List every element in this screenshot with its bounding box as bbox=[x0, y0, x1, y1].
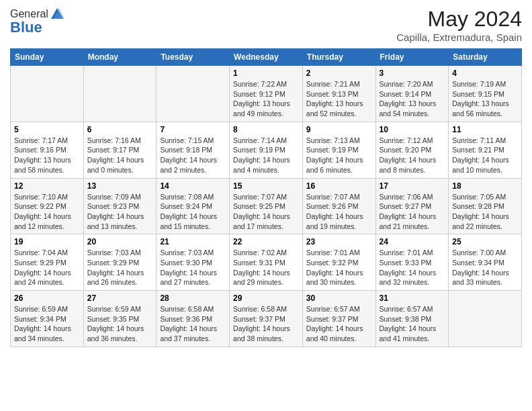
column-header-monday: Monday bbox=[83, 49, 157, 66]
day-number: 10 bbox=[380, 125, 445, 134]
calendar-cell: 15Sunrise: 7:07 AM Sunset: 9:25 PM Dayli… bbox=[230, 178, 303, 234]
calendar-cell bbox=[157, 66, 230, 122]
day-number: 31 bbox=[380, 293, 445, 303]
day-info: Sunrise: 7:00 AM Sunset: 9:34 PM Dayligh… bbox=[452, 248, 518, 287]
calendar-cell: 12Sunrise: 7:10 AM Sunset: 9:22 PM Dayli… bbox=[11, 178, 84, 234]
day-info: Sunrise: 7:06 AM Sunset: 9:27 PM Dayligh… bbox=[380, 192, 445, 232]
day-info: Sunrise: 7:13 AM Sunset: 9:19 PM Dayligh… bbox=[306, 136, 372, 175]
day-info: Sunrise: 6:58 AM Sunset: 9:36 PM Dayligh… bbox=[160, 304, 226, 344]
day-info: Sunrise: 6:58 AM Sunset: 9:37 PM Dayligh… bbox=[233, 304, 299, 344]
day-number: 3 bbox=[380, 68, 445, 78]
calendar-cell: 30Sunrise: 6:57 AM Sunset: 9:37 PM Dayli… bbox=[302, 291, 375, 347]
location-title: Capilla, Extremadura, Spain bbox=[396, 32, 522, 43]
day-info: Sunrise: 7:15 AM Sunset: 9:18 PM Dayligh… bbox=[160, 136, 226, 175]
day-info: Sunrise: 7:14 AM Sunset: 9:19 PM Dayligh… bbox=[233, 136, 299, 175]
month-title: May 2024 bbox=[396, 7, 522, 32]
day-number: 29 bbox=[233, 293, 299, 303]
day-info: Sunrise: 7:11 AM Sunset: 9:21 PM Dayligh… bbox=[452, 136, 518, 175]
calendar-cell: 17Sunrise: 7:06 AM Sunset: 9:27 PM Dayli… bbox=[375, 178, 449, 234]
day-info: Sunrise: 7:10 AM Sunset: 9:22 PM Dayligh… bbox=[14, 192, 80, 232]
calendar-cell bbox=[11, 66, 84, 122]
calendar-cell: 22Sunrise: 7:02 AM Sunset: 9:31 PM Dayli… bbox=[230, 234, 303, 291]
day-number: 14 bbox=[160, 181, 226, 191]
calendar-cell bbox=[83, 66, 157, 122]
day-number: 24 bbox=[380, 237, 445, 246]
day-number: 23 bbox=[306, 237, 372, 246]
calendar-cell: 3Sunrise: 7:20 AM Sunset: 9:14 PM Daylig… bbox=[375, 66, 449, 122]
calendar-cell: 29Sunrise: 6:58 AM Sunset: 9:37 PM Dayli… bbox=[230, 291, 303, 347]
calendar-cell: 5Sunrise: 7:17 AM Sunset: 9:16 PM Daylig… bbox=[11, 122, 84, 178]
day-info: Sunrise: 7:08 AM Sunset: 9:24 PM Dayligh… bbox=[160, 192, 226, 232]
day-number: 27 bbox=[87, 293, 153, 303]
day-info: Sunrise: 7:07 AM Sunset: 9:25 PM Dayligh… bbox=[233, 192, 299, 232]
calendar-cell: 1Sunrise: 7:22 AM Sunset: 9:12 PM Daylig… bbox=[230, 66, 303, 122]
day-number: 8 bbox=[233, 125, 299, 134]
column-header-saturday: Saturday bbox=[449, 49, 522, 66]
calendar-cell: 9Sunrise: 7:13 AM Sunset: 9:19 PM Daylig… bbox=[302, 122, 375, 178]
day-number: 21 bbox=[160, 237, 226, 246]
calendar-week-row: 19Sunrise: 7:04 AM Sunset: 9:29 PM Dayli… bbox=[11, 234, 522, 291]
day-number: 6 bbox=[87, 125, 153, 134]
calendar-cell: 27Sunrise: 6:59 AM Sunset: 9:35 PM Dayli… bbox=[83, 291, 157, 347]
column-header-sunday: Sunday bbox=[11, 49, 84, 66]
calendar-cell: 23Sunrise: 7:01 AM Sunset: 9:32 PM Dayli… bbox=[302, 234, 375, 291]
day-info: Sunrise: 7:03 AM Sunset: 9:29 PM Dayligh… bbox=[87, 248, 153, 287]
calendar-cell: 24Sunrise: 7:01 AM Sunset: 9:33 PM Dayli… bbox=[375, 234, 449, 291]
day-number: 1 bbox=[233, 68, 299, 78]
calendar-cell: 11Sunrise: 7:11 AM Sunset: 9:21 PM Dayli… bbox=[449, 122, 522, 178]
day-number: 2 bbox=[306, 68, 372, 78]
calendar-week-row: 5Sunrise: 7:17 AM Sunset: 9:16 PM Daylig… bbox=[11, 122, 522, 178]
day-number: 11 bbox=[452, 125, 518, 134]
day-number: 20 bbox=[87, 237, 153, 246]
day-info: Sunrise: 7:04 AM Sunset: 9:29 PM Dayligh… bbox=[14, 248, 80, 287]
day-number: 17 bbox=[380, 181, 445, 191]
day-number: 26 bbox=[14, 293, 80, 303]
title-block: May 2024 Capilla, Extremadura, Spain bbox=[396, 7, 522, 43]
calendar-cell: 18Sunrise: 7:05 AM Sunset: 9:28 PM Dayli… bbox=[449, 178, 522, 234]
day-info: Sunrise: 7:17 AM Sunset: 9:16 PM Dayligh… bbox=[14, 136, 80, 175]
day-info: Sunrise: 7:16 AM Sunset: 9:17 PM Dayligh… bbox=[87, 136, 153, 175]
day-info: Sunrise: 6:59 AM Sunset: 9:35 PM Dayligh… bbox=[87, 304, 153, 344]
calendar-header-row: SundayMondayTuesdayWednesdayThursdayFrid… bbox=[11, 49, 522, 66]
calendar-cell: 13Sunrise: 7:09 AM Sunset: 9:23 PM Dayli… bbox=[83, 178, 157, 234]
column-header-thursday: Thursday bbox=[302, 49, 375, 66]
calendar-cell: 14Sunrise: 7:08 AM Sunset: 9:24 PM Dayli… bbox=[157, 178, 230, 234]
column-header-friday: Friday bbox=[375, 49, 449, 66]
calendar-cell: 26Sunrise: 6:59 AM Sunset: 9:34 PM Dayli… bbox=[11, 291, 84, 347]
column-header-wednesday: Wednesday bbox=[230, 49, 303, 66]
day-number: 30 bbox=[306, 293, 372, 303]
calendar-cell: 16Sunrise: 7:07 AM Sunset: 9:26 PM Dayli… bbox=[302, 178, 375, 234]
calendar-week-row: 1Sunrise: 7:22 AM Sunset: 9:12 PM Daylig… bbox=[11, 66, 522, 122]
day-info: Sunrise: 7:19 AM Sunset: 9:15 PM Dayligh… bbox=[452, 79, 518, 119]
calendar-cell: 4Sunrise: 7:19 AM Sunset: 9:15 PM Daylig… bbox=[449, 66, 522, 122]
logo: General Blue bbox=[10, 7, 64, 36]
page-header: General Blue May 2024 Capilla, Extremadu… bbox=[10, 7, 522, 43]
calendar-cell: 20Sunrise: 7:03 AM Sunset: 9:29 PM Dayli… bbox=[83, 234, 157, 291]
calendar-cell: 19Sunrise: 7:04 AM Sunset: 9:29 PM Dayli… bbox=[11, 234, 84, 291]
calendar-cell: 21Sunrise: 7:03 AM Sunset: 9:30 PM Dayli… bbox=[157, 234, 230, 291]
day-info: Sunrise: 7:01 AM Sunset: 9:32 PM Dayligh… bbox=[306, 248, 372, 287]
day-info: Sunrise: 6:59 AM Sunset: 9:34 PM Dayligh… bbox=[14, 304, 80, 344]
day-number: 5 bbox=[14, 125, 80, 134]
day-number: 4 bbox=[452, 68, 518, 78]
calendar-week-row: 26Sunrise: 6:59 AM Sunset: 9:34 PM Dayli… bbox=[11, 291, 522, 347]
calendar-table: SundayMondayTuesdayWednesdayThursdayFrid… bbox=[10, 48, 522, 347]
day-info: Sunrise: 7:02 AM Sunset: 9:31 PM Dayligh… bbox=[233, 248, 299, 287]
calendar-cell: 10Sunrise: 7:12 AM Sunset: 9:20 PM Dayli… bbox=[375, 122, 449, 178]
day-info: Sunrise: 7:09 AM Sunset: 9:23 PM Dayligh… bbox=[87, 192, 153, 232]
day-info: Sunrise: 7:03 AM Sunset: 9:30 PM Dayligh… bbox=[160, 248, 226, 287]
day-number: 19 bbox=[14, 237, 80, 246]
calendar-cell: 7Sunrise: 7:15 AM Sunset: 9:18 PM Daylig… bbox=[157, 122, 230, 178]
day-info: Sunrise: 6:57 AM Sunset: 9:38 PM Dayligh… bbox=[380, 304, 445, 344]
day-number: 7 bbox=[160, 125, 226, 134]
day-info: Sunrise: 7:01 AM Sunset: 9:33 PM Dayligh… bbox=[380, 248, 445, 287]
day-number: 12 bbox=[14, 181, 80, 191]
calendar-week-row: 12Sunrise: 7:10 AM Sunset: 9:22 PM Dayli… bbox=[11, 178, 522, 234]
calendar-cell: 25Sunrise: 7:00 AM Sunset: 9:34 PM Dayli… bbox=[449, 234, 522, 291]
day-number: 22 bbox=[233, 237, 299, 246]
calendar-cell: 8Sunrise: 7:14 AM Sunset: 9:19 PM Daylig… bbox=[230, 122, 303, 178]
calendar-cell: 31Sunrise: 6:57 AM Sunset: 9:38 PM Dayli… bbox=[375, 291, 449, 347]
calendar-cell: 2Sunrise: 7:21 AM Sunset: 9:13 PM Daylig… bbox=[302, 66, 375, 122]
logo-blue-text: Blue bbox=[10, 19, 42, 36]
day-info: Sunrise: 7:12 AM Sunset: 9:20 PM Dayligh… bbox=[380, 136, 445, 175]
